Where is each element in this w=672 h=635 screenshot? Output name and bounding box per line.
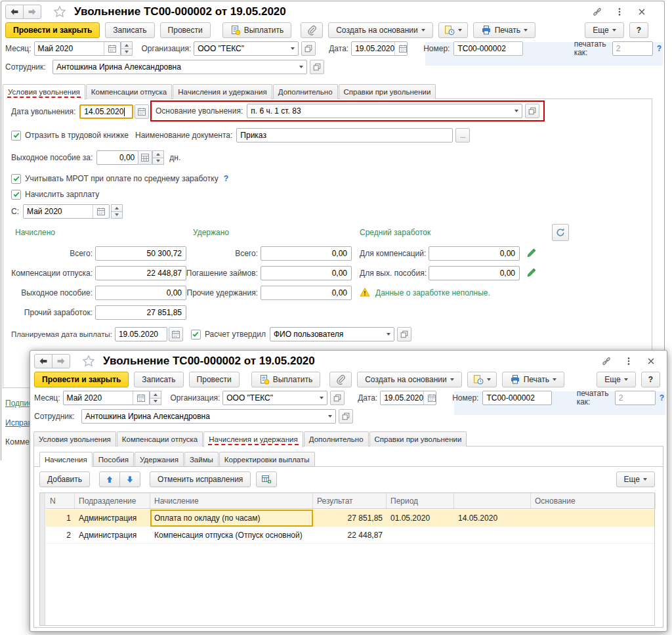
dismissal-date-input[interactable]: 14.05.2020	[79, 104, 133, 119]
edit-pencil-icon[interactable]	[526, 248, 537, 258]
subtab-korrektirovki[interactable]: Корректировки выплаты	[219, 452, 315, 466]
print-as-input[interactable]: 2	[615, 391, 656, 405]
employee-input[interactable]: Антошкина Ирина Александровна	[52, 60, 307, 74]
back-button[interactable]	[34, 354, 52, 368]
create-on-base-button[interactable]: Создать на основании	[328, 22, 433, 38]
tab-kompensacii[interactable]: Компенсации отпуска	[117, 431, 203, 447]
calendar-icon[interactable]	[108, 44, 117, 53]
dismissal-date-calendar-button[interactable]	[135, 104, 149, 119]
tab-usloviya[interactable]: Условия увольнения	[33, 431, 116, 447]
subtab-uderzhaniya[interactable]: Удержания	[135, 452, 184, 466]
col-period2[interactable]	[454, 493, 531, 508]
attachments-button[interactable]	[329, 372, 352, 387]
print-button[interactable]: Печать	[502, 372, 564, 387]
approved-input[interactable]: ФИО пользователя	[270, 327, 394, 341]
forward-button[interactable]	[52, 354, 70, 368]
post-and-close-button[interactable]: Провести и закрыть	[5, 22, 100, 38]
org-open-button[interactable]	[301, 41, 316, 56]
month-input[interactable]: Май 2020	[63, 391, 150, 405]
get-link-button[interactable]	[591, 5, 604, 18]
table-more-button[interactable]: Еще	[616, 471, 655, 487]
tab-spravki[interactable]: Справки при увольнении	[369, 431, 467, 447]
back-button[interactable]	[5, 5, 24, 19]
combo-caret-icon[interactable]	[320, 397, 324, 399]
table-row[interactable]: 1 Администрация Оплата по окладу (по час…	[46, 510, 654, 527]
salary-checkbox[interactable]	[11, 190, 21, 200]
help-mark[interactable]: ?	[660, 393, 664, 403]
date-input[interactable]: 19.05.2020	[380, 391, 436, 405]
favorite-star-icon[interactable]	[53, 5, 66, 18]
combo-caret-icon[interactable]	[514, 110, 518, 112]
calendar-icon[interactable]	[398, 44, 408, 53]
tab-nachisleniya[interactable]: Начисления и удержания	[173, 84, 272, 99]
subtab-nachisleniya[interactable]: Начисления	[39, 452, 93, 467]
refresh-button[interactable]	[552, 224, 569, 241]
month-stepper[interactable]	[121, 41, 133, 56]
reminder-button[interactable]	[438, 22, 468, 38]
tab-dopolnitelno[interactable]: Дополнительно	[304, 431, 369, 447]
fix-link[interactable]: Исправ	[5, 418, 32, 427]
accrued-other-input[interactable]: 27 851,85	[95, 305, 186, 320]
labor-book-checkbox[interactable]	[11, 131, 21, 141]
withheld-other-input[interactable]: 0,00	[261, 286, 352, 300]
add-row-button[interactable]: Добавить	[39, 471, 90, 487]
attachments-button[interactable]	[301, 22, 323, 38]
move-down-button[interactable]	[119, 471, 140, 487]
planned-date-calendar-button[interactable]	[169, 327, 183, 341]
avg-compensation-input[interactable]: 0,00	[429, 246, 520, 261]
subtab-zaimy[interactable]: Займы	[184, 452, 219, 466]
forward-button[interactable]	[23, 5, 41, 19]
move-up-button[interactable]	[99, 471, 120, 487]
pay-button[interactable]: Выплатить	[251, 372, 321, 387]
avg-severance-input[interactable]: 0,00	[429, 266, 520, 280]
calendar-icon[interactable]	[136, 393, 146, 403]
col-accrual[interactable]: Начисление	[150, 493, 313, 508]
month-input[interactable]: Май 2020	[34, 41, 121, 56]
org-input[interactable]: ООО "ТЕКС"	[194, 41, 299, 56]
tab-nachisleniya[interactable]: Начисления и удержания	[203, 431, 303, 447]
withheld-loans-input[interactable]: 0,00	[261, 266, 352, 280]
tab-kompensacii[interactable]: Компенсации отпуска	[86, 84, 172, 99]
edit-pencil-icon[interactable]	[526, 267, 537, 278]
window-menu-button[interactable]	[613, 5, 626, 18]
col-basis[interactable]: Основание	[531, 493, 656, 508]
severance-calc-button[interactable]	[138, 150, 152, 165]
tab-spravki[interactable]: Справки при увольнении	[339, 84, 436, 99]
doc-name-input[interactable]: Приказ	[236, 128, 453, 142]
employee-input[interactable]: Антошкина Ирина Александровна	[81, 409, 336, 424]
post-and-close-button[interactable]: Провести и закрыть	[34, 372, 129, 387]
get-link-button[interactable]	[600, 355, 613, 368]
from-month-stepper[interactable]	[111, 204, 123, 219]
planned-date-input[interactable]: 19.05.2020	[115, 327, 167, 341]
tab-usloviya[interactable]: Условия увольнения	[3, 84, 85, 100]
reminder-button[interactable]	[467, 372, 497, 387]
selected-cell[interactable]: Оплата по окладу (по часам)	[150, 510, 313, 527]
month-stepper[interactable]	[150, 391, 161, 405]
more-button[interactable]: Еще	[585, 22, 623, 38]
severance-input[interactable]: 0,00	[96, 150, 138, 165]
approved-checkbox[interactable]	[191, 330, 201, 339]
combo-caret-icon[interactable]	[299, 66, 303, 68]
col-division[interactable]: Подразделение	[75, 493, 150, 508]
approved-open-button[interactable]	[397, 327, 411, 341]
post-button[interactable]: Провести	[189, 372, 240, 387]
mrot-checkbox[interactable]	[11, 174, 21, 184]
combo-caret-icon[interactable]	[291, 47, 295, 50]
subtab-posobiya[interactable]: Пособия	[93, 452, 134, 466]
combo-caret-icon[interactable]	[328, 415, 332, 418]
employee-open-button[interactable]	[339, 409, 353, 424]
help-button[interactable]: ?	[629, 22, 648, 38]
window-menu-button[interactable]	[622, 355, 635, 368]
print-button[interactable]: Печать	[473, 22, 536, 38]
close-button[interactable]	[635, 5, 648, 18]
more-button[interactable]: Еще	[597, 372, 635, 387]
employee-open-button[interactable]	[310, 60, 324, 74]
create-on-base-button[interactable]: Создать на основании	[357, 372, 462, 387]
save-button[interactable]: Записать	[134, 372, 183, 387]
col-n[interactable]: N	[46, 493, 75, 508]
calendar-icon[interactable]	[427, 393, 436, 403]
close-button[interactable]	[644, 355, 658, 368]
number-input[interactable]: ТС00-000002	[453, 41, 523, 56]
undo-fix-button[interactable]: Отменить исправления	[150, 471, 251, 487]
save-button[interactable]: Записать	[105, 22, 154, 38]
